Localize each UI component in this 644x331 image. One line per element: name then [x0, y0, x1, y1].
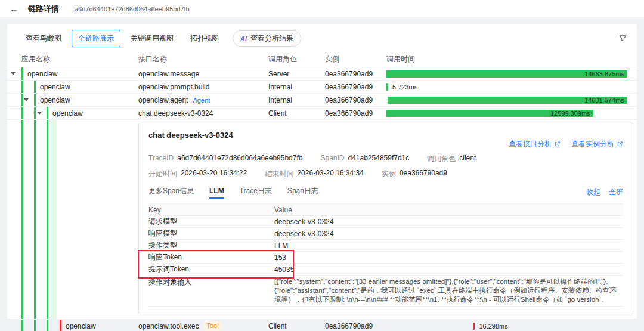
- tab-topology-view[interactable]: 拓扑视图: [184, 30, 225, 47]
- tab-full-trace-view[interactable]: 全链路展示: [72, 30, 120, 47]
- tree-node-bar: [34, 81, 36, 93]
- expand-caret-icon[interactable]: [24, 98, 29, 101]
- tree-node-bar-error: [60, 320, 61, 331]
- page-title: 链路详情: [28, 4, 59, 14]
- duration-bar: 14601.574ms: [388, 97, 627, 104]
- selected-span-band: [49, 120, 57, 319]
- tool-tag: Tool: [203, 321, 221, 330]
- duration-bar: [473, 323, 475, 330]
- kv-row-response-token: 响应Token 153: [148, 252, 623, 264]
- duration-track: 14601.574ms: [386, 97, 627, 104]
- tree-node-bar: [34, 94, 36, 106]
- span-detail-panel: chat deepseek-v3-0324 查看接口分析 查看实例分析 Trac…: [138, 123, 633, 314]
- external-link-icon: [554, 141, 561, 147]
- table-row-selected[interactable]: openclaw chat deepseek-v3-0324 Client 0e…: [7, 107, 637, 120]
- tab-birdseye-view[interactable]: 查看鸟瞰图: [19, 30, 68, 47]
- tree-node-bar: [21, 67, 23, 80]
- column-interface-name: 接口名称: [138, 54, 268, 64]
- tab-trace-log[interactable]: Trace日志: [240, 186, 272, 199]
- kv-row-operation-input: 操作对象输入 [{"role":"system","content":"[33 …: [148, 276, 623, 307]
- instance-value: 0ea366790ad9: [400, 169, 447, 179]
- ai-analysis-button[interactable]: AI 查看分析结果: [233, 30, 301, 47]
- duration-label: 5.723ms: [392, 83, 417, 91]
- expand-caret-icon[interactable]: [37, 112, 42, 115]
- call-role: Server: [268, 70, 325, 78]
- tree-line: [21, 94, 23, 106]
- kv-row-request-model: 请求模型 deepseek-v3-0324: [148, 216, 623, 228]
- app-name: openclaw: [52, 109, 83, 117]
- app-name: openclaw: [40, 96, 70, 104]
- table-row[interactable]: openclaw openclaw.agent Agent Internal 0…: [7, 94, 637, 107]
- table-row[interactable]: openclaw openclaw.tool.exec Tool Client …: [7, 320, 637, 331]
- tree-line: [21, 81, 23, 93]
- tab-key-call-view[interactable]: 关键调用视图: [124, 30, 180, 47]
- tab-more-span-info[interactable]: 更多Span信息: [148, 186, 194, 199]
- tree-line: [47, 320, 48, 331]
- tab-llm[interactable]: LLM: [209, 187, 224, 199]
- span-meta-line-1: TraceIDa6d7d64401e72d86d064a6eeb95bd7fb …: [148, 154, 623, 164]
- interface-name: chat deepseek-v3-0324: [138, 109, 213, 117]
- instance-id: 0ea366790ad9: [325, 83, 382, 91]
- instance-id: 0ea366790ad9: [325, 109, 382, 117]
- interface-name: openclaw.agent: [138, 96, 188, 104]
- detail-tabs: 更多Span信息 LLM Trace日志 Span日志 收起 全屏: [148, 186, 623, 199]
- start-time-value: 2026-03-20 16:34:22: [181, 169, 247, 179]
- instance-analysis-link[interactable]: 查看实例分析: [571, 139, 623, 149]
- call-role: Client: [268, 109, 325, 117]
- expand-caret-icon[interactable]: [11, 72, 16, 75]
- tree-line: [34, 320, 36, 331]
- call-role: Client: [268, 322, 325, 330]
- call-role: Internal: [268, 83, 325, 91]
- interface-analysis-link[interactable]: 查看接口分析: [509, 139, 561, 149]
- duration-bar: 12599.309ms: [386, 110, 593, 117]
- tree-line: [21, 107, 23, 119]
- view-toolbar: 查看鸟瞰图 全链路展示 关键调用视图 拓扑视图 AI 查看分析结果: [7, 24, 637, 52]
- back-button[interactable]: ←: [10, 4, 18, 14]
- call-role: Internal: [268, 96, 325, 104]
- tree-line: [21, 120, 23, 319]
- duration-label: 14601.574ms: [584, 97, 627, 104]
- duration-label: 14683.875ms: [584, 70, 627, 78]
- call-role-value: client: [459, 154, 476, 164]
- kv-row-response-model: 响应模型 deepseek-v3-0324: [148, 228, 623, 240]
- interface-name: openclaw.prompt.build: [138, 83, 209, 91]
- kv-row-prompt-token: 提示词Token 45035: [148, 264, 623, 276]
- fullscreen-button[interactable]: 全屏: [609, 187, 623, 197]
- instance-id: 0ea366790ad9: [325, 322, 382, 330]
- ai-icon: AI: [240, 35, 247, 42]
- filter-icon[interactable]: [618, 34, 627, 43]
- tree-gutter: [7, 120, 138, 319]
- app-name: openclaw: [66, 322, 96, 330]
- duration-track: 5.723ms: [386, 83, 627, 91]
- duration-label: 16.298ms: [479, 322, 507, 330]
- column-app-name: 应用名称: [7, 52, 138, 67]
- tree-node-bar: [47, 107, 48, 119]
- span-id-value: d41ab254859f7d1c: [348, 154, 410, 164]
- kv-row-operation-type: 操作类型 LLM: [148, 240, 623, 252]
- duration-track: 12599.309ms: [386, 110, 627, 117]
- duration-bar: 14683.875ms: [386, 70, 627, 78]
- duration-track: 14683.875ms: [386, 70, 627, 78]
- app-name: openclaw: [27, 70, 58, 78]
- app-name: openclaw: [40, 83, 70, 91]
- instance-id: 0ea366790ad9: [325, 70, 382, 78]
- interface-name: openclaw.tool.exec: [138, 322, 199, 330]
- duration-label: 12599.309ms: [550, 110, 593, 117]
- column-call-role: 调用角色: [268, 54, 325, 64]
- instance-id: 0ea366790ad9: [325, 96, 382, 104]
- trace-id: a6d7d64401e72d86d064a6eeb95bd7fb: [75, 5, 190, 13]
- end-time-value: 2026-03-20 16:34:34: [297, 169, 363, 179]
- column-instance: 实例: [325, 54, 382, 64]
- agent-tag: Agent: [193, 97, 210, 104]
- tree-line: [34, 107, 36, 119]
- ai-analysis-label: 查看分析结果: [250, 33, 293, 44]
- table-row[interactable]: openclaw openclaw.prompt.build Internal …: [7, 81, 637, 94]
- trace-id-value: a6d7d64401e72d86d064a6eeb95bd7fb: [177, 154, 302, 164]
- tree-line: [47, 120, 48, 319]
- tab-span-log[interactable]: Span日志: [287, 186, 318, 199]
- duration-track: 16.298ms: [386, 323, 627, 330]
- collapse-button[interactable]: 收起: [586, 187, 600, 197]
- table-header: 应用名称 接口名称 调用角色 实例 调用时间: [7, 52, 637, 67]
- table-row[interactable]: openclaw openclaw.message Server 0ea3667…: [7, 67, 637, 81]
- tree-line: [21, 320, 23, 331]
